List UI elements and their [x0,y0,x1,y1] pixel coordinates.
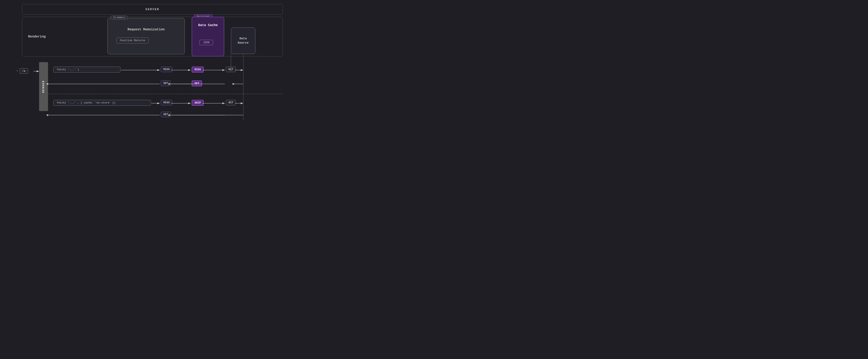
miss2-memoize-badge: MISS [161,100,172,105]
hit2-badge: HIT [226,100,236,105]
fetch2-box: fetch( '...' , { cache: 'no-store' }) [53,100,151,106]
hit1-badge: HIT [226,66,236,72]
server-box: SERVER [22,4,283,15]
miss1-cache-badge: MISS [192,66,204,73]
route-badge: /a [20,68,28,74]
data-cache-label: Data Cache [192,23,224,27]
route-corner: └ [16,70,18,73]
set1-memoize-badge: SET [161,81,171,86]
diagram-container: SERVER Rendering In-memory Request Memoi… [0,0,289,119]
render-bar: RENDER [39,62,48,111]
skip2-cache-badge: SKIP [192,100,204,106]
data-source-dashed-line [243,54,244,119]
set2-memoize-badge: SET [161,112,171,117]
render-bar-label: RENDER [42,80,45,93]
data-source-label: DataSource [238,36,249,45]
set1-cache-badge: SET [192,81,202,86]
data-cache-box [192,17,224,56]
server-label: SERVER [146,8,159,11]
miss1-memoize-badge: MISS [161,66,172,72]
h-divider [39,94,283,94]
data-source-box: DataSource [231,28,255,54]
rendering-label: Rendering [26,17,45,56]
request-memo-label: Request Memoization [107,18,185,31]
json-badge: JSON [199,40,213,45]
fetch1-box: fetch( '...' ) [53,66,120,73]
function-returns-badge: Function Returns [116,37,149,44]
